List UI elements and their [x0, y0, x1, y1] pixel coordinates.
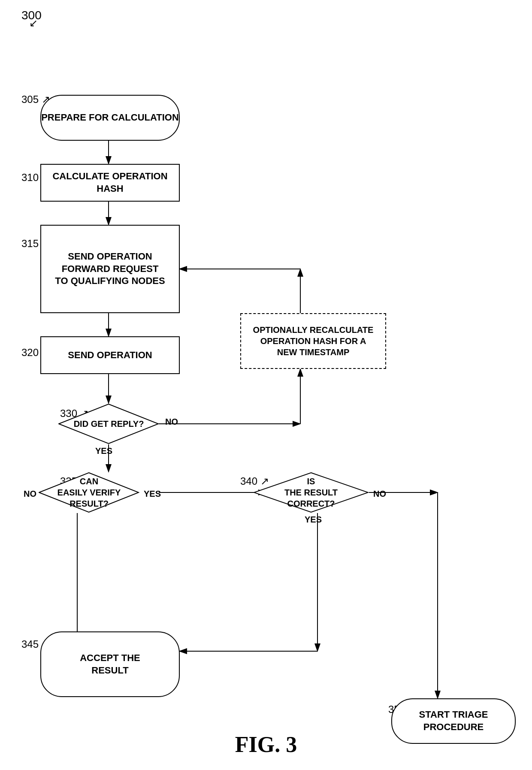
node-315: SEND OPERATIONFORWARD REQUESTTO QUALIFYI…	[40, 225, 180, 313]
node-325: OPTIONALLY RECALCULATEOPERATION HASH FOR…	[240, 313, 386, 369]
node-335: CANEASILY VERIFYRESULT?	[39, 472, 139, 513]
label-340-no: NO	[373, 489, 386, 499]
node-340: ISTHE RESULTCORRECT?	[253, 472, 369, 513]
node-310: CALCULATE OPERATION HASH	[40, 164, 180, 202]
label-335-yes: YES	[144, 489, 161, 499]
label-330-yes: YES	[95, 446, 112, 456]
node-350: START TRIAGEPROCEDURE	[391, 698, 516, 744]
node-330: DID GET REPLY?	[58, 403, 159, 444]
figure-label: FIG. 3	[235, 732, 297, 757]
node-305: PREPARE FOR CALCULATION	[40, 95, 180, 141]
diagram-container: 300 ↙ 305 ↗ PREPARE FOR CALCULATION 310 …	[0, 0, 532, 770]
node-320: SEND OPERATION	[40, 336, 180, 374]
label-330-no: NO	[165, 417, 178, 427]
label-340-yes: YES	[305, 515, 322, 525]
node-345: ACCEPT THERESULT	[40, 631, 180, 697]
label-335-no: NO	[24, 489, 36, 499]
